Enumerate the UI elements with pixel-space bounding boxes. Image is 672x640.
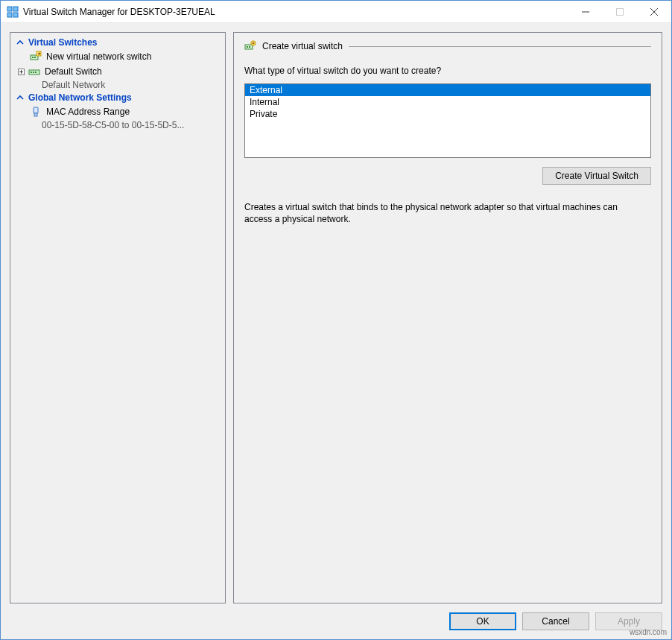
group-header: Create virtual switch [244,40,651,52]
tree-item-label: MAC Address Range [46,106,130,118]
create-virtual-switch-button[interactable]: Create Virtual Switch [542,167,651,185]
svg-rect-0 [7,7,12,11]
tree-item-subtitle: Default Network [12,79,213,91]
tree-item-label: New virtual network switch [46,51,151,63]
divider [349,46,651,47]
switch-add-icon [244,40,256,52]
svg-rect-9 [32,57,34,58]
tree-item-default-switch[interactable]: Default Switch [12,64,224,79]
minimize-button[interactable] [568,1,603,23]
watermark: wsxdn.com [630,628,667,636]
window-controls [568,1,671,22]
switch-type-option[interactable]: External [245,84,650,96]
svg-rect-17 [31,72,32,73]
tree-section-global-settings[interactable]: Global Network Settings [12,91,224,104]
window-title: Virtual Switch Manager for DESKTOP-3E7UE… [23,7,568,17]
svg-rect-1 [13,7,18,11]
svg-rect-10 [34,57,36,58]
svg-rect-5 [617,9,624,16]
tree-item-subtitle: 00-15-5D-58-C5-00 to 00-15-5D-5... [12,119,213,131]
nic-icon [30,106,42,118]
app-icon [7,6,19,18]
dialog-footer: OK Cancel Apply [10,603,662,630]
switch-new-icon: ★ [30,51,42,63]
svg-text:★: ★ [37,51,41,56]
dialog-body: Virtual Switches ★ New virtual network s… [1,23,671,639]
ok-button[interactable]: OK [449,612,516,630]
switch-type-option[interactable]: Private [245,108,650,120]
detail-pane: Create virtual switch What type of virtu… [233,32,662,603]
close-button[interactable] [637,1,671,23]
chevron-up-icon [16,94,24,101]
svg-rect-18 [33,72,34,73]
cancel-button[interactable]: Cancel [522,612,589,630]
expand-icon[interactable] [16,69,25,75]
tree-section-virtual-switches[interactable]: Virtual Switches [12,36,224,49]
tree-item-mac-address-range[interactable]: MAC Address Range [12,104,224,119]
chevron-up-icon [16,39,24,46]
dialog-window: Virtual Switch Manager for DESKTOP-3E7UE… [0,0,672,640]
panes: Virtual Switches ★ New virtual network s… [10,32,662,603]
switch-type-option[interactable]: Internal [245,96,650,108]
svg-rect-23 [247,46,248,48]
group-title: Create virtual switch [262,41,343,51]
switch-type-list[interactable]: ExternalInternalPrivate [244,83,651,158]
tree-item-label: Default Switch [45,66,102,77]
svg-rect-2 [7,13,12,17]
svg-rect-20 [34,107,38,113]
maximize-button[interactable] [603,1,637,23]
tree-section-label: Virtual Switches [28,37,97,48]
svg-rect-3 [13,13,18,17]
title-bar: Virtual Switch Manager for DESKTOP-3E7UE… [1,1,671,23]
type-description: Creates a virtual switch that binds to t… [244,201,632,225]
tree-section-label: Global Network Settings [28,92,132,103]
svg-rect-24 [249,46,250,48]
switch-icon [28,66,40,77]
nav-tree: Virtual Switches ★ New virtual network s… [10,32,226,603]
prompt-text: What type of virtual switch do you want … [244,66,651,76]
tree-item-new-virtual-switch[interactable]: ★ New virtual network switch [12,49,224,64]
svg-rect-19 [35,72,37,73]
svg-rect-21 [34,113,37,116]
